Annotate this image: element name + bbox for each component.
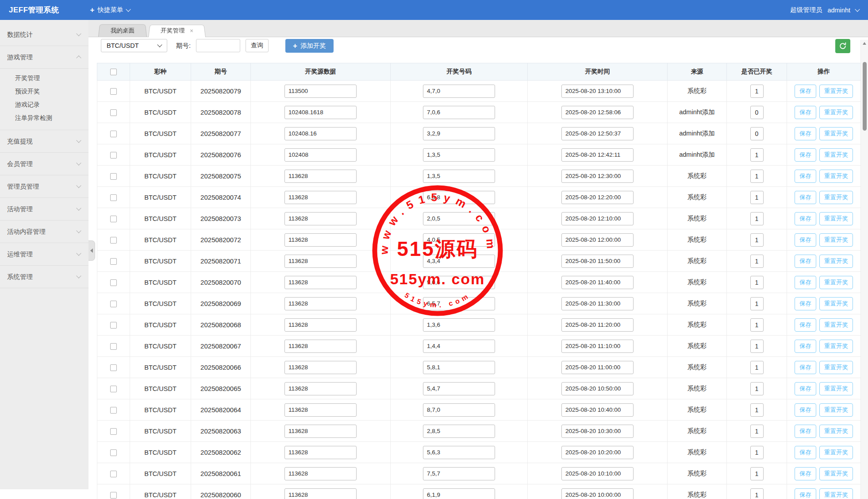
- tab-draw-management[interactable]: 开奖管理 ×: [148, 25, 206, 37]
- source-data-input[interactable]: [284, 297, 357, 310]
- row-checkbox[interactable]: [110, 279, 117, 286]
- draw-time-input[interactable]: [561, 85, 634, 98]
- save-button[interactable]: 保存: [795, 191, 816, 204]
- draw-time-input[interactable]: [561, 382, 634, 395]
- opened-flag-input[interactable]: [750, 340, 764, 353]
- opened-flag-input[interactable]: [750, 212, 764, 225]
- draw-time-input[interactable]: [561, 212, 634, 225]
- save-button[interactable]: 保存: [795, 467, 816, 480]
- save-button[interactable]: 保存: [795, 382, 816, 395]
- draw-numbers-input[interactable]: [423, 148, 495, 162]
- draw-time-input[interactable]: [561, 170, 634, 183]
- draw-time-input[interactable]: [561, 297, 634, 310]
- draw-numbers-input[interactable]: [423, 382, 495, 395]
- opened-flag-input[interactable]: [750, 191, 764, 204]
- add-draw-button[interactable]: + 添加开奖: [285, 39, 334, 53]
- draw-numbers-input[interactable]: [423, 318, 495, 332]
- draw-time-input[interactable]: [561, 361, 634, 374]
- draw-numbers-input[interactable]: [423, 446, 495, 459]
- row-checkbox[interactable]: [110, 152, 117, 159]
- draw-time-input[interactable]: [561, 148, 634, 162]
- save-button[interactable]: 保存: [795, 212, 816, 225]
- row-checkbox[interactable]: [110, 428, 117, 435]
- close-icon[interactable]: ×: [190, 28, 194, 34]
- draw-time-input[interactable]: [561, 340, 634, 353]
- source-data-input[interactable]: [284, 106, 357, 119]
- save-button[interactable]: 保存: [795, 488, 816, 499]
- row-checkbox[interactable]: [110, 173, 117, 180]
- save-button[interactable]: 保存: [795, 361, 816, 374]
- sidebar-item-deposit-withdraw[interactable]: 充值提现: [0, 130, 88, 152]
- opened-flag-input[interactable]: [750, 276, 764, 289]
- reset-draw-button[interactable]: 重置开奖: [819, 297, 853, 310]
- draw-numbers-input[interactable]: [423, 297, 495, 310]
- draw-time-input[interactable]: [561, 276, 634, 289]
- scroll-up-arrow[interactable]: [861, 40, 868, 47]
- draw-numbers-input[interactable]: [423, 340, 495, 353]
- reset-draw-button[interactable]: 重置开奖: [819, 212, 853, 225]
- source-data-input[interactable]: [284, 446, 357, 459]
- source-data-input[interactable]: [284, 382, 357, 395]
- reset-draw-button[interactable]: 重置开奖: [819, 276, 853, 289]
- draw-numbers-input[interactable]: [423, 255, 495, 268]
- sidebar-item-game-management[interactable]: 游戏管理: [0, 46, 88, 68]
- reset-draw-button[interactable]: 重置开奖: [819, 318, 853, 332]
- draw-time-input[interactable]: [561, 488, 634, 499]
- sidebar-subitem-preset-draw[interactable]: 预设开奖: [0, 85, 88, 98]
- row-checkbox[interactable]: [110, 386, 117, 392]
- save-button[interactable]: 保存: [795, 85, 816, 98]
- row-checkbox[interactable]: [110, 88, 117, 95]
- reset-draw-button[interactable]: 重置开奖: [819, 170, 853, 183]
- draw-numbers-input[interactable]: [423, 488, 495, 499]
- opened-flag-input[interactable]: [750, 425, 764, 438]
- draw-numbers-input[interactable]: [423, 212, 495, 225]
- save-button[interactable]: 保存: [795, 297, 816, 310]
- draw-numbers-input[interactable]: [423, 106, 495, 119]
- draw-numbers-input[interactable]: [423, 127, 495, 140]
- sidebar-subitem-bet-anomaly-check[interactable]: 注单异常检测: [0, 111, 88, 124]
- source-data-input[interactable]: [284, 403, 357, 417]
- source-data-input[interactable]: [284, 467, 357, 480]
- source-data-input[interactable]: [284, 170, 357, 183]
- reset-draw-button[interactable]: 重置开奖: [819, 382, 853, 395]
- tab-my-desktop[interactable]: 我的桌面: [98, 24, 147, 37]
- save-button[interactable]: 保存: [795, 446, 816, 459]
- save-button[interactable]: 保存: [795, 127, 816, 140]
- reset-draw-button[interactable]: 重置开奖: [819, 127, 853, 140]
- opened-flag-input[interactable]: [750, 85, 764, 98]
- opened-flag-input[interactable]: [750, 106, 764, 119]
- draw-numbers-input[interactable]: [423, 170, 495, 183]
- save-button[interactable]: 保存: [795, 276, 816, 289]
- draw-numbers-input[interactable]: [423, 191, 495, 204]
- save-button[interactable]: 保存: [795, 318, 816, 332]
- reset-draw-button[interactable]: 重置开奖: [819, 106, 853, 119]
- source-data-input[interactable]: [284, 425, 357, 438]
- opened-flag-input[interactable]: [750, 297, 764, 310]
- reset-draw-button[interactable]: 重置开奖: [819, 340, 853, 353]
- draw-time-input[interactable]: [561, 318, 634, 332]
- save-button[interactable]: 保存: [795, 233, 816, 247]
- reset-draw-button[interactable]: 重置开奖: [819, 425, 853, 438]
- opened-flag-input[interactable]: [750, 361, 764, 374]
- reset-draw-button[interactable]: 重置开奖: [819, 361, 853, 374]
- opened-flag-input[interactable]: [750, 403, 764, 417]
- sidebar-item-data-stats[interactable]: 数据统计: [0, 23, 88, 46]
- sidebar-item-members[interactable]: 会员管理: [0, 153, 88, 175]
- save-button[interactable]: 保存: [795, 403, 816, 417]
- draw-time-input[interactable]: [561, 106, 634, 119]
- sidebar-item-operations[interactable]: 运维管理: [0, 243, 88, 265]
- sidebar-item-system[interactable]: 系统管理: [0, 266, 88, 288]
- row-checkbox[interactable]: [110, 492, 117, 499]
- sidebar-item-admins[interactable]: 管理员管理: [0, 175, 88, 197]
- issue-search-input[interactable]: [196, 39, 240, 52]
- draw-numbers-input[interactable]: [423, 403, 495, 417]
- sidebar-subitem-game-records[interactable]: 游戏记录: [0, 98, 88, 111]
- sidebar-item-activity-content[interactable]: 活动内容管理: [0, 220, 88, 243]
- search-button[interactable]: 查询: [246, 39, 269, 52]
- sidebar-collapse-handle[interactable]: [88, 240, 95, 261]
- reset-draw-button[interactable]: 重置开奖: [819, 85, 853, 98]
- row-checkbox[interactable]: [110, 131, 117, 137]
- row-checkbox[interactable]: [110, 407, 117, 414]
- opened-flag-input[interactable]: [750, 488, 764, 499]
- row-checkbox[interactable]: [110, 216, 117, 222]
